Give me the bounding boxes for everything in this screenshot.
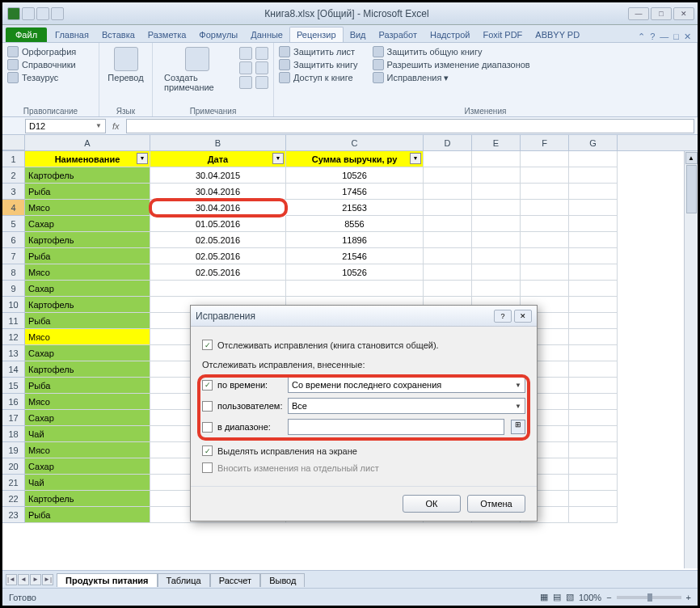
maximize-button[interactable]: □ bbox=[651, 7, 672, 20]
cell[interactable] bbox=[569, 329, 618, 345]
cell[interactable]: Рыба bbox=[25, 248, 150, 264]
row-header[interactable]: 19 bbox=[2, 442, 25, 458]
zoom-slider[interactable] bbox=[617, 596, 681, 599]
cell[interactable]: Картофель bbox=[25, 361, 150, 378]
cell[interactable] bbox=[286, 281, 424, 297]
row-header[interactable]: 13 bbox=[2, 345, 25, 361]
cell[interactable] bbox=[569, 361, 618, 378]
row-header[interactable]: 5 bbox=[2, 216, 25, 232]
translate-button[interactable]: Перевод bbox=[104, 45, 147, 84]
cell[interactable] bbox=[472, 200, 521, 216]
cell[interactable] bbox=[424, 232, 472, 248]
row-header[interactable]: 22 bbox=[2, 491, 25, 507]
ribbon-tab[interactable]: ABBYY PD bbox=[529, 27, 586, 42]
prev-sheet-icon[interactable]: ◄ bbox=[18, 574, 29, 585]
cell[interactable] bbox=[424, 184, 472, 200]
thesaurus-button[interactable]: Тезаурус bbox=[7, 71, 94, 84]
cell[interactable] bbox=[569, 297, 618, 313]
cell[interactable] bbox=[569, 264, 618, 281]
show-comment-icon[interactable] bbox=[255, 47, 268, 60]
cell[interactable]: Картофель bbox=[25, 297, 150, 313]
checkbox-icon[interactable] bbox=[202, 401, 213, 412]
row-header[interactable]: 20 bbox=[2, 458, 25, 475]
cell[interactable] bbox=[569, 378, 618, 394]
cell[interactable] bbox=[569, 232, 618, 248]
cancel-button[interactable]: Отмена bbox=[467, 495, 525, 513]
row-header[interactable]: 4 bbox=[2, 200, 25, 216]
cell[interactable] bbox=[150, 281, 286, 297]
fx-icon[interactable]: fx bbox=[112, 121, 120, 131]
cell[interactable] bbox=[521, 248, 569, 264]
scroll-thumb[interactable] bbox=[686, 165, 697, 213]
cell[interactable]: Чай bbox=[25, 426, 150, 442]
sheet-tab[interactable]: Рассчет bbox=[210, 573, 261, 587]
by-user-select[interactable]: Все▼ bbox=[288, 398, 525, 414]
row-header[interactable]: 21 bbox=[2, 475, 25, 491]
research-button[interactable]: Справочники bbox=[7, 58, 94, 71]
col-B[interactable]: B bbox=[150, 135, 286, 150]
cell[interactable] bbox=[521, 281, 569, 297]
track-changes-button[interactable]: Исправления ▾ bbox=[373, 71, 530, 84]
cell[interactable] bbox=[569, 248, 618, 264]
zoom-in-button[interactable]: + bbox=[686, 593, 691, 602]
name-box[interactable]: D12▼ bbox=[25, 119, 106, 133]
row-header[interactable]: 6 bbox=[2, 232, 25, 248]
cell[interactable]: Сахар bbox=[25, 216, 150, 232]
checkbox-icon[interactable]: ✓ bbox=[202, 445, 213, 456]
cell[interactable] bbox=[569, 458, 618, 475]
checkbox-icon[interactable] bbox=[202, 462, 213, 473]
ribbon-tab[interactable]: Формулы bbox=[192, 27, 244, 42]
cell[interactable] bbox=[521, 232, 569, 248]
cell[interactable]: Картофель bbox=[25, 167, 150, 184]
redo-icon[interactable] bbox=[51, 7, 64, 20]
cell[interactable]: 01.05.2016 bbox=[150, 216, 286, 232]
cell[interactable] bbox=[569, 442, 618, 458]
checkbox-icon[interactable]: ✓ bbox=[202, 340, 213, 350]
help-icon[interactable]: ? bbox=[650, 32, 655, 42]
row-header[interactable]: 12 bbox=[2, 329, 25, 345]
vertical-scrollbar[interactable]: ▲ bbox=[684, 151, 698, 568]
ribbon-tab[interactable]: Разработ bbox=[373, 27, 424, 42]
next-comment-icon[interactable] bbox=[239, 76, 252, 89]
cell[interactable] bbox=[472, 232, 521, 248]
cell[interactable] bbox=[521, 167, 569, 184]
select-all-corner[interactable] bbox=[2, 135, 25, 150]
new-comment-button[interactable]: Создать примечание bbox=[158, 45, 236, 94]
checkbox-icon[interactable] bbox=[202, 422, 213, 433]
cell[interactable]: Сахар bbox=[25, 281, 150, 297]
row-header[interactable]: 2 bbox=[2, 167, 25, 184]
win-min-icon[interactable]: — bbox=[660, 32, 668, 42]
cell[interactable] bbox=[569, 281, 618, 297]
cell[interactable]: 21546 bbox=[286, 248, 424, 264]
cell[interactable]: 17456 bbox=[286, 184, 424, 200]
row-header[interactable]: 3 bbox=[2, 184, 25, 200]
save-icon[interactable] bbox=[22, 7, 35, 20]
filter-icon[interactable]: ▼ bbox=[272, 153, 284, 164]
cell[interactable]: Мясо bbox=[25, 329, 150, 345]
cell[interactable]: Сахар bbox=[25, 458, 150, 475]
delete-comment-icon[interactable] bbox=[239, 47, 252, 60]
checkbox-icon[interactable]: ✓ bbox=[202, 380, 213, 391]
cell[interactable] bbox=[472, 248, 521, 264]
header-cell[interactable]: Сумма выручки, ру▼ bbox=[286, 151, 424, 167]
row-header[interactable]: 15 bbox=[2, 378, 25, 394]
cell[interactable] bbox=[521, 184, 569, 200]
cell[interactable] bbox=[472, 264, 521, 281]
first-sheet-icon[interactable]: |◄ bbox=[6, 574, 17, 585]
show-on-screen-row[interactable]: ✓ Выделять исправления на экране bbox=[202, 442, 525, 459]
cell[interactable] bbox=[472, 167, 521, 184]
range-input[interactable] bbox=[288, 419, 504, 435]
ribbon-tab[interactable]: Разметка bbox=[141, 27, 193, 42]
cell[interactable] bbox=[569, 394, 618, 410]
file-tab[interactable]: Файл bbox=[6, 27, 47, 42]
cell[interactable] bbox=[424, 281, 472, 297]
cell[interactable] bbox=[521, 200, 569, 216]
minimize-button[interactable]: — bbox=[628, 7, 649, 20]
row-header[interactable]: 8 bbox=[2, 264, 25, 281]
row-header[interactable]: 7 bbox=[2, 248, 25, 264]
sheet-tab[interactable]: Вывод bbox=[260, 573, 305, 587]
range-picker-icon[interactable]: ⊞ bbox=[511, 420, 525, 434]
cell[interactable]: 8556 bbox=[286, 216, 424, 232]
filter-icon[interactable]: ▼ bbox=[410, 153, 421, 164]
cell[interactable] bbox=[569, 475, 618, 491]
